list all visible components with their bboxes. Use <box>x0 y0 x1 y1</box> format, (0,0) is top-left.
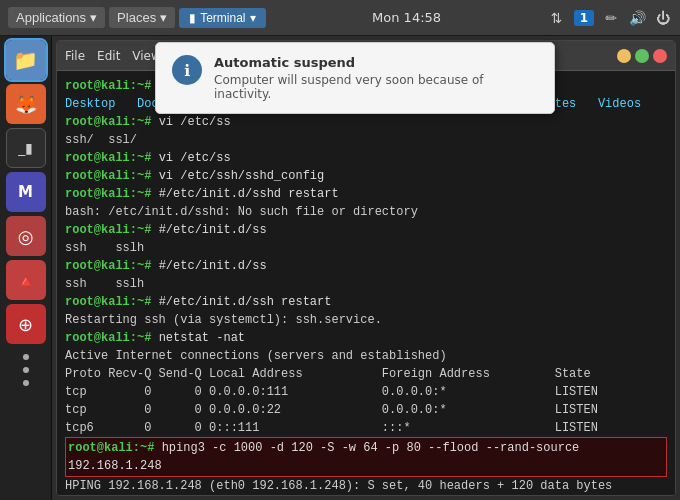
places-label: Places <box>117 10 156 25</box>
red-tool-icon[interactable]: ⊕ <box>6 304 46 344</box>
suspend-popup: ℹ Automatic suspend Computer will suspen… <box>155 42 555 114</box>
prompt-1: root@kali:~# <box>65 79 159 93</box>
system-bar: Applications ▾ Places ▾ ▮ Terminal ▾ Mon… <box>0 0 680 36</box>
sidebar-dots <box>23 348 29 392</box>
badge-number: 1 <box>574 10 594 26</box>
no-file-error: bash: /etc/init.d/sshd: No such file or … <box>65 205 418 219</box>
maximize-button[interactable]: + <box>635 49 649 63</box>
minimize-button[interactable]: − <box>617 49 631 63</box>
terminal-label: Terminal <box>200 11 245 25</box>
prompt-9: root@kali:~# <box>65 331 159 345</box>
firefox-icon[interactable]: 🦊 <box>6 84 46 124</box>
applications-menu[interactable]: Applications ▾ <box>8 7 105 28</box>
applications-label: Applications <box>16 10 86 25</box>
power-icon[interactable]: ⏻ <box>654 9 672 27</box>
prompt-7: root@kali:~# <box>65 259 159 273</box>
volume-icon[interactable]: 🔊 <box>628 9 646 27</box>
close-button[interactable]: × <box>653 49 667 63</box>
ssh-sslh-1: ssh sslh <box>65 241 144 255</box>
netstat-header-1: Active Internet connections (servers and… <box>65 349 447 363</box>
terminal-chevron-icon: ▾ <box>250 11 256 25</box>
restart-output: Restarting ssh (via systemctl): ssh.serv… <box>65 313 382 327</box>
file-menu[interactable]: File <box>65 49 85 63</box>
netstat-row-2: tcp 0 0 0.0.0.0:22 0.0.0.0:* LISTEN <box>65 403 598 417</box>
netstat-row-1: tcp 0 0 0.0.0.0:111 0.0.0.0:* LISTEN <box>65 385 598 399</box>
places-chevron-icon: ▾ <box>160 10 167 25</box>
terminal-icon-small: ▮ <box>189 11 196 25</box>
netstat-header-2: Proto Recv-Q Send-Q Local Address Foreig… <box>65 367 591 381</box>
datetime-display: Mon 14:58 <box>372 10 441 25</box>
exploit-icon[interactable]: 🔺 <box>6 260 46 300</box>
terminal-content[interactable]: root@kali:~# ls Desktop Documents Downlo… <box>57 71 675 495</box>
email-icon[interactable]: M <box>6 172 46 212</box>
edit-menu[interactable]: Edit <box>97 49 120 63</box>
ssh-sslh-2: ssh sslh <box>65 277 144 291</box>
prompt-5: root@kali:~# <box>65 187 159 201</box>
prompt-8: root@kali:~# <box>65 295 159 309</box>
files-icon[interactable]: 📁 <box>6 40 46 80</box>
hping-output-1: HPING 192.168.1.248 (eth0 192.168.1.248)… <box>65 479 612 493</box>
pencil-icon[interactable]: ✏ <box>602 9 620 27</box>
sidebar: 📁 🦊 _▮ M ◎ 🔺 ⊕ <box>0 36 52 500</box>
prompt-2: root@kali:~# <box>65 115 159 129</box>
suspend-body: Computer will suspend very soon because … <box>214 73 538 101</box>
prompt-6: root@kali:~# <box>65 223 159 237</box>
terminal-menu[interactable]: ▮ Terminal ▾ <box>179 8 265 28</box>
suspend-title: Automatic suspend <box>214 55 538 70</box>
apps-chevron-icon: ▾ <box>90 10 97 25</box>
suspend-popup-icon: ℹ <box>172 55 202 85</box>
prompt-4: root@kali:~# <box>65 169 159 183</box>
terminal-sidebar-icon[interactable]: _▮ <box>6 128 46 168</box>
netstat-row-3: tcp6 0 0 0:::111 :::* LISTEN <box>65 421 598 435</box>
info-icon: ℹ <box>184 61 190 80</box>
places-menu[interactable]: Places ▾ <box>109 7 175 28</box>
hping-command-line: root@kali:~# hping3 -c 1000 -d 120 -S -w… <box>65 437 667 477</box>
metasploit-icon[interactable]: ◎ <box>6 216 46 256</box>
ssh-ssl-line: ssh/ ssl/ <box>65 133 137 147</box>
prompt-3: root@kali:~# <box>65 151 159 165</box>
network-icon[interactable]: ⇅ <box>548 9 566 27</box>
